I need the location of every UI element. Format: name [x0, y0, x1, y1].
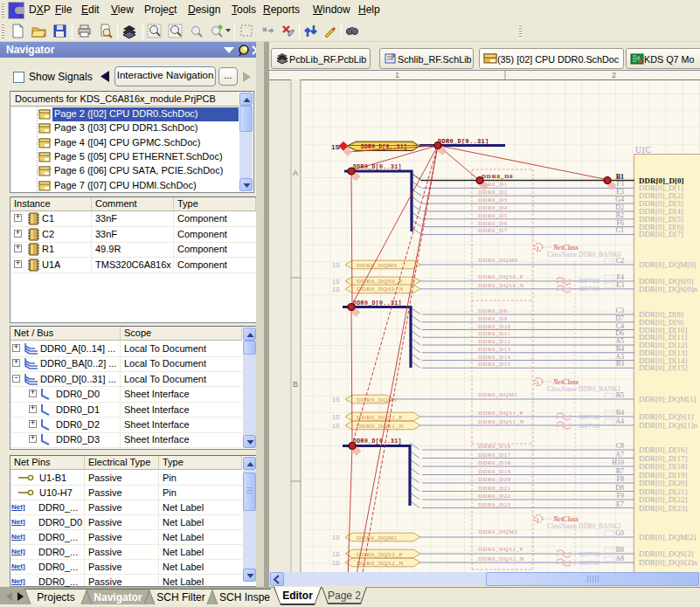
svg-text:DDR0_D16: DDR0_D16	[478, 443, 511, 449]
svg-text:DDR0_D21: DDR0_D21	[478, 485, 511, 491]
svg-text:D2: D2	[615, 203, 624, 211]
svg-text:DDR0_DQM1: DDR0_DQM1	[357, 397, 398, 403]
svg-text:DDR0_D10: DDR0_D10	[478, 323, 511, 329]
svg-text:A: A	[293, 169, 298, 177]
svg-text:F4: F4	[617, 273, 624, 281]
svg-text:B3: B3	[616, 360, 624, 368]
svg-text:DDR0_D2: DDR0_D2	[478, 189, 508, 195]
svg-text:E3: E3	[616, 188, 624, 196]
svg-text:DDR0_D17: DDR0_D17	[478, 452, 511, 458]
svg-text:DDR0_D[0..31]: DDR0_D[0..31]	[353, 164, 402, 170]
svg-text:F3: F3	[617, 180, 624, 188]
svg-text:1S: 1S	[332, 551, 340, 557]
svg-text:DDR0_DQM0: DDR0_DQM0	[357, 262, 398, 268]
svg-text:B7: B7	[616, 467, 624, 475]
svg-text:DDR[0]_D[17]: DDR[0]_D[17]	[639, 454, 688, 463]
svg-text:1S: 1S	[332, 560, 340, 566]
svg-text:DIFF90: DIFF90	[579, 278, 600, 284]
svg-text:F8: F8	[617, 475, 624, 483]
svg-text:G9: G9	[615, 529, 624, 537]
svg-text:D7: D7	[615, 314, 624, 322]
svg-text:DDR0_D[0..31]: DDR0_D[0..31]	[353, 300, 402, 307]
svg-text:C8: C8	[616, 442, 624, 450]
svg-text:A3: A3	[615, 353, 624, 361]
svg-text:C3: C3	[616, 307, 624, 314]
svg-text:ClassName DDR0_BANK1: ClassName DDR0_BANK1	[547, 385, 621, 393]
svg-text:D8: D8	[615, 484, 624, 492]
svg-text:DDR0_D[0..31]: DDR0_D[0..31]	[438, 138, 489, 145]
svg-text:1S: 1S	[331, 143, 340, 151]
svg-text:DDR[0]_D[21]: DDR[0]_D[21]	[639, 487, 688, 496]
svg-text:DDR0_D15: DDR0_D15	[478, 361, 511, 367]
svg-text:B4: B4	[616, 345, 624, 353]
svg-text:DDR[0]_DQM[2]: DDR[0]_DQM[2]	[639, 533, 697, 541]
svg-text:1S: 1S	[332, 262, 340, 268]
svg-text:DDR0_DQS1_N: DDR0_DQS1_N	[357, 423, 404, 429]
svg-text:DDR[0]_DQS[0]n: DDR[0]_DQS[0]n	[639, 285, 697, 293]
svg-text:DDR[0]_D[22]: DDR[0]_D[22]	[639, 495, 688, 504]
svg-text:1: 1	[395, 71, 399, 79]
svg-text:U1C: U1C	[635, 146, 651, 155]
svg-text:1: 1	[537, 245, 539, 251]
svg-text:DDR[0]_D[20]: DDR[0]_D[20]	[639, 479, 688, 487]
svg-text:A4: A4	[615, 417, 624, 425]
svg-text:A5: A5	[615, 337, 624, 345]
svg-text:DDR0_D14: DDR0_D14	[478, 354, 511, 360]
svg-text:B4: B4	[616, 409, 624, 417]
svg-text:DDR0_D13: DDR0_D13	[478, 346, 511, 352]
svg-text:F6: F6	[617, 219, 624, 227]
svg-text:DIFF90: DIFF90	[579, 286, 600, 292]
svg-text:F9: F9	[617, 492, 624, 500]
svg-text:DDR0_DQS2_N: DDR0_DQS2_N	[478, 555, 524, 562]
svg-text:C4: C4	[616, 322, 624, 330]
svg-text:DDR0_D6: DDR0_D6	[478, 220, 508, 226]
svg-text:DDR[0]_D[23]: DDR[0]_D[23]	[639, 504, 688, 513]
svg-text:B1: B1	[616, 173, 624, 181]
svg-text:D6: D6	[615, 329, 624, 337]
svg-text:DIFF90: DIFF90	[579, 423, 600, 429]
svg-text:DDR0_D18: DDR0_D18	[478, 459, 511, 466]
svg-text:DDR0_DQM1: DDR0_DQM1	[478, 391, 518, 397]
svg-text:H10: H10	[612, 459, 624, 466]
svg-text:DDR0_DQS2_P: DDR0_DQS2_P	[357, 551, 403, 557]
svg-text:1: 1	[537, 516, 539, 522]
svg-text:DDR[0]_DQS[1]n: DDR[0]_DQS[1]n	[639, 421, 697, 430]
svg-text:G4: G4	[615, 196, 624, 203]
svg-text:DDR0_D[0..31]: DDR0_D[0..31]	[353, 438, 402, 445]
svg-text:B2: B2	[616, 211, 624, 219]
svg-text:DDR0_D11: DDR0_D11	[478, 330, 511, 336]
svg-text:ClassName DDR0_BANK0: ClassName DDR0_BANK0	[547, 251, 621, 259]
svg-text:DDR0_DQS2_P: DDR0_DQS2_P	[478, 546, 523, 552]
svg-text:DIFF90: DIFF90	[579, 560, 600, 566]
svg-text:A8: A8	[615, 555, 624, 562]
svg-text:DDR0_DQS0_N: DDR0_DQS0_N	[478, 282, 524, 288]
svg-text:A7: A7	[615, 451, 624, 459]
svg-text:DDR0_D5: DDR0_D5	[478, 212, 508, 218]
svg-text:1S: 1S	[332, 397, 340, 403]
svg-text:E7: E7	[616, 500, 624, 508]
svg-text:DDR[0]_D[16]: DDR[0]_D[16]	[639, 445, 688, 454]
svg-text:1S: 1S	[332, 414, 340, 420]
svg-text:DDR[0]_D[15]: DDR[0]_D[15]	[639, 363, 688, 372]
svg-text:DDR0_DQM2: DDR0_DQM2	[478, 528, 518, 535]
svg-text:DDR[0]_D[0]: DDR[0]_D[0]	[639, 176, 684, 185]
svg-text:DDR0_DQM2: DDR0_DQM2	[357, 535, 398, 541]
svg-text:1S: 1S	[332, 279, 340, 285]
svg-text:DDR0_DQS1_P: DDR0_DQS1_P	[478, 410, 523, 416]
svg-text:DDR0_DQS0_P: DDR0_DQS0_P	[478, 273, 523, 279]
svg-text:2: 2	[612, 71, 616, 79]
svg-text:1: 1	[537, 379, 539, 385]
svg-text:B: B	[293, 380, 298, 389]
svg-text:DDR0_DQS1_P: DDR0_DQS1_P	[357, 414, 403, 420]
svg-text:DDR0_D3: DDR0_D3	[478, 197, 508, 203]
svg-text:DDR[0]_DQS[1]: DDR[0]_DQS[1]	[639, 412, 694, 421]
svg-text:E3: E3	[616, 281, 624, 289]
svg-text:DDR0_DQM0: DDR0_DQM0	[478, 257, 518, 263]
svg-text:1S: 1S	[332, 286, 340, 293]
svg-text:DIFF90: DIFF90	[579, 551, 600, 557]
svg-text:DDR0_D8: DDR0_D8	[478, 307, 508, 314]
svg-text:DDR[0]_DQM[1]: DDR[0]_DQM[1]	[639, 395, 697, 404]
svg-text:DDR[0]_DQS[2]n: DDR[0]_DQS[2]n	[639, 558, 697, 567]
svg-text:DDR0_D12: DDR0_D12	[478, 338, 511, 344]
svg-text:DDR0_D19: DDR0_D19	[478, 468, 511, 474]
